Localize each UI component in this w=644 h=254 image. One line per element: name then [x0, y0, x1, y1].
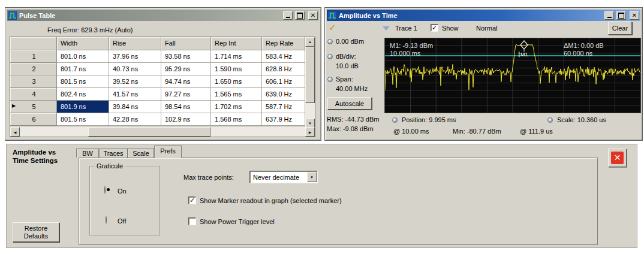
table-cell[interactable]: 1.702 ms [211, 101, 262, 113]
min-at-readout: @ 111.9 us [520, 128, 553, 135]
table-row-header[interactable]: 6 [10, 113, 57, 126]
table-vertical-scrollbar[interactable]: ▲ ▼ [305, 37, 315, 128]
trace-selector-label[interactable]: Trace 1 [395, 25, 417, 32]
table-column-header[interactable]: Width [57, 37, 109, 50]
table-cell[interactable]: 93.58 ns [161, 50, 211, 63]
clear-button[interactable]: Clear [608, 22, 632, 35]
table-cell[interactable]: 628.8 Hz [262, 63, 305, 75]
valid-check-icon: ✓ [329, 22, 336, 33]
tab-scale[interactable]: Scale [128, 148, 154, 158]
table-cell[interactable]: 97.27 ns [161, 88, 211, 101]
table-cell[interactable]: 801.9 ns [57, 101, 109, 113]
scroll-left-button[interactable]: ◀ [10, 127, 20, 137]
table-column-header[interactable]: Rep Rate [262, 37, 305, 50]
maximize-button[interactable] [295, 11, 305, 20]
table-cell[interactable]: 1.568 ms [211, 113, 262, 126]
instrument-screen: { "colors": { "active_titlebar": "#16448… [0, 0, 644, 254]
table-cell[interactable]: 606.1 Hz [262, 75, 305, 88]
maximize-icon [297, 13, 303, 19]
table-row-header[interactable]: 1 [10, 50, 57, 63]
close-icon: ✕ [611, 152, 624, 164]
close-settings-button[interactable]: ✕ [608, 149, 627, 167]
minimize-button[interactable] [283, 11, 293, 20]
table-cell[interactable]: 583.4 Hz [262, 50, 305, 63]
db-div-label[interactable]: dB/div: [336, 53, 356, 60]
pulse-app-icon [8, 11, 17, 20]
table-row-header[interactable]: 4 [10, 88, 57, 101]
window-title: Pulse Table [19, 12, 281, 19]
close-button[interactable]: ✕ [308, 11, 318, 20]
amplitude-trace-plot[interactable]: M1 M1: -9.13 dBm 10.000 ms ΔM1: 0.00 dB … [384, 38, 641, 113]
table-cell[interactable]: 40.73 ns [109, 63, 161, 75]
table-horizontal-scrollbar[interactable]: ◀ ▶ [10, 127, 315, 137]
horizontal-scroll-thumb[interactable] [88, 127, 210, 137]
minimize-icon [286, 17, 290, 18]
tab-bw[interactable]: BW [76, 148, 99, 158]
table-row-header[interactable]: 2 [10, 63, 57, 75]
marker-m1-time-readout: 10.000 ms [390, 50, 420, 57]
scale-knob-icon[interactable] [547, 117, 553, 123]
table-cell[interactable]: 98.54 ns [161, 101, 211, 113]
table-cell[interactable]: 1.650 ms [211, 75, 262, 88]
span-knob-icon[interactable] [327, 77, 333, 82]
table-cell[interactable]: 39.52 ns [109, 75, 161, 88]
table-cell[interactable]: 801.7 ns [57, 63, 109, 75]
table-row-header[interactable]: 5▶ [10, 101, 57, 113]
table-cell[interactable]: 37.96 ns [109, 50, 161, 63]
restore-defaults-button[interactable]: Restore Defaults [13, 222, 59, 242]
table-cell[interactable]: 95.29 ns [161, 63, 211, 75]
table-cell[interactable]: 42.28 ns [109, 113, 161, 126]
table-cell[interactable]: 1.590 ms [211, 63, 262, 75]
position-readout[interactable]: Position: 9.995 ms [402, 116, 456, 123]
ref-level-readout[interactable]: 0.00 dBm [336, 38, 364, 45]
arrow-right-icon: ▶ [309, 130, 312, 134]
max-at-readout: @ 10.00 ms [393, 128, 429, 135]
table-column-header[interactable]: Rise [109, 37, 161, 50]
position-knob-icon[interactable] [392, 117, 398, 123]
scroll-up-button[interactable]: ▲ [305, 37, 315, 47]
pulse-app-icon [328, 11, 336, 20]
tab-traces[interactable]: Traces [99, 148, 128, 158]
table-cell[interactable]: 587.7 Hz [262, 101, 305, 113]
vertical-scroll-thumb[interactable] [305, 47, 315, 103]
db-div-knob-icon[interactable] [327, 54, 333, 59]
table-cell[interactable]: 802.4 ns [57, 88, 109, 101]
trace-dropdown-icon[interactable] [383, 26, 390, 31]
maximize-button[interactable] [616, 11, 626, 20]
autoscale-button[interactable]: Autoscale [327, 97, 372, 110]
table-column-header[interactable] [10, 37, 57, 50]
arrow-left-icon: ◀ [14, 130, 17, 134]
pulse-table-grid: WidthRiseFallRep IntRep Rate1801.0 ns37.… [10, 37, 305, 126]
svg-text:M1: M1 [520, 52, 528, 58]
table-cell[interactable]: 102.9 ns [161, 113, 211, 126]
table-row-header[interactable]: 3 [10, 75, 57, 88]
table-cell[interactable]: 801.5 ns [57, 75, 109, 88]
table-cell[interactable]: 801.0 ns [57, 50, 109, 63]
show-trace-checkbox[interactable]: ✓ [431, 24, 438, 32]
table-cell[interactable]: 39.84 ns [109, 101, 161, 113]
tab-prefs[interactable]: Prefs [154, 145, 182, 158]
close-button[interactable]: ✕ [630, 11, 639, 20]
minimize-button[interactable] [604, 11, 614, 20]
table-cell[interactable]: 801.5 ns [57, 113, 109, 126]
span-label[interactable]: Span: [336, 75, 353, 83]
current-row-arrow-icon: ▶ [12, 103, 16, 108]
table-cell[interactable]: 639.0 Hz [262, 88, 305, 101]
table-cell[interactable]: 41.57 ns [109, 88, 161, 101]
table-column-header[interactable]: Fall [161, 37, 211, 50]
table-cell[interactable]: 637.9 Hz [262, 113, 305, 126]
scale-readout[interactable]: Scale: 10.360 us [557, 116, 606, 123]
table-cell[interactable]: 94.74 ns [161, 75, 211, 88]
pulse-table-titlebar[interactable]: Pulse Table ✕ [7, 10, 319, 21]
table-cell[interactable]: 1.565 ms [211, 88, 262, 101]
ref-level-knob-icon[interactable] [327, 39, 333, 44]
trace-mode-label[interactable]: Normal [476, 25, 497, 32]
amplitude-titlebar[interactable]: Amplitude vs Time ✕ [327, 10, 640, 21]
scroll-right-button[interactable]: ▶ [305, 127, 315, 137]
marker-m1-amplitude-readout: M1: -9.13 dBm [390, 42, 433, 49]
window-title: Amplitude vs Time [339, 12, 602, 19]
minimize-icon [607, 17, 612, 18]
table-column-header[interactable]: Rep Int [211, 37, 262, 50]
db-div-value: 10.0 dB [336, 62, 359, 69]
table-cell[interactable]: 1.714 ms [211, 50, 262, 63]
